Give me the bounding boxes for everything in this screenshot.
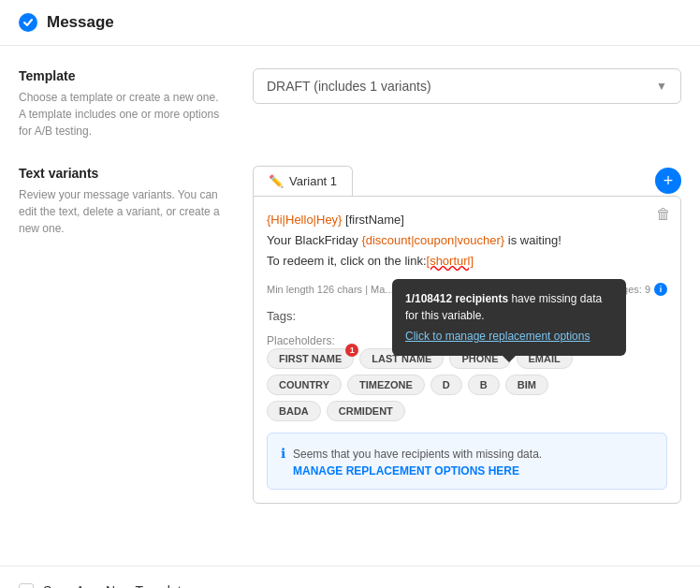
save-template-label: Save As a New Template: [43, 583, 188, 588]
message-text[interactable]: {Hi|Hello|Hey} [firstName] Your BlackFri…: [267, 210, 667, 275]
save-template-row: Save As a New Template: [0, 583, 700, 588]
shorturl-variable: [shorturl]: [427, 254, 474, 268]
variants-label: Text variants: [19, 166, 225, 181]
placeholder-firstname[interactable]: FIRST NAME: [267, 348, 354, 369]
variant-tab[interactable]: ✏️ Variant 1: [253, 166, 353, 196]
greeting-variable: {Hi|Hello|Hey}: [267, 213, 342, 227]
tooltip-bold: 1/108412 recipients: [405, 292, 508, 305]
variant-header: ✏️ Variant 1 +: [253, 166, 681, 196]
placeholder-country[interactable]: COUNTRY: [267, 375, 342, 395]
variants-section: Text variants Review your message varian…: [19, 166, 681, 504]
placeholder-crmident[interactable]: CRMIDENT: [327, 401, 405, 421]
offer-variable: {discount|coupon|voucher}: [361, 233, 504, 247]
placeholder-d[interactable]: D: [430, 375, 462, 395]
chevron-down-icon: ▼: [656, 80, 667, 93]
placeholder-timezone[interactable]: TIMEZONE: [347, 375, 425, 395]
tooltip-link[interactable]: Click to manage replacement options: [405, 328, 613, 345]
variant-body: {Hi|Hello|Hey} [firstName] Your BlackFri…: [253, 196, 681, 504]
message-line2: Your BlackFriday {discount|coupon|vouche…: [267, 230, 667, 251]
message-line3: To redeem it, click on the link:[shortur…: [267, 251, 667, 272]
placeholders-row-3: BADA CRMIDENT: [267, 401, 667, 421]
min-length-label: Min length 126 chars | Ma...: [267, 284, 394, 295]
template-content: DRAFT (includes 1 variants) ▼: [253, 68, 681, 140]
variant-tab-label: Variant 1: [289, 174, 337, 188]
info-banner: ℹ Seems that you have recipients with mi…: [267, 433, 667, 490]
template-desc: Choose a template or create a new one. A…: [19, 89, 225, 140]
divider: [0, 566, 700, 566]
template-select-text: DRAFT (includes 1 variants): [267, 79, 431, 94]
info-circle-icon: i: [654, 283, 667, 296]
message-line1: {Hi|Hello|Hey} [firstName]: [267, 210, 667, 230]
info-icon: ℹ: [281, 446, 285, 461]
variants-desc: Review your message variants. You can ed…: [19, 186, 225, 237]
firstname-variable: [firstName]: [345, 213, 404, 227]
placeholder-bim[interactable]: BIM: [505, 375, 548, 395]
save-template-checkbox[interactable]: [19, 583, 34, 588]
delete-icon[interactable]: 🗑: [656, 206, 671, 223]
placeholder-b[interactable]: B: [468, 375, 500, 395]
manage-replacement-link[interactable]: MANAGE REPLACEMENT OPTIONS HERE: [293, 464, 542, 478]
info-banner-text: Seems that you have recipients with miss…: [293, 448, 542, 461]
template-section: Template Choose a template or create a n…: [19, 68, 681, 140]
variants-content: ✏️ Variant 1 + {Hi|Hello|Hey} [firstName…: [253, 166, 681, 504]
check-icon: [19, 13, 37, 32]
placeholders-row-2: COUNTRY TIMEZONE D B BIM: [267, 375, 667, 395]
template-label-col: Template Choose a template or create a n…: [19, 68, 225, 140]
placeholder-bada[interactable]: BADA: [267, 401, 321, 421]
tags-label: Tags:: [267, 309, 296, 323]
main-content: Template Choose a template or create a n…: [0, 46, 700, 549]
add-variant-button[interactable]: +: [655, 168, 681, 194]
template-select[interactable]: DRAFT (includes 1 variants) ▼: [253, 68, 681, 104]
placeholders-label: Placeholders:: [267, 334, 335, 347]
page-header: Message: [0, 0, 700, 46]
missing-data-tooltip: 1/108412 recipients have missing data fo…: [392, 279, 626, 356]
page-title: Message: [47, 13, 114, 32]
pencil-icon: ✏️: [269, 174, 284, 188]
variants-label-col: Text variants Review your message varian…: [19, 166, 225, 504]
tooltip-text: 1/108412 recipients have missing data fo…: [405, 290, 613, 324]
template-label: Template: [19, 68, 225, 83]
info-banner-content: Seems that you have recipients with miss…: [293, 445, 542, 478]
